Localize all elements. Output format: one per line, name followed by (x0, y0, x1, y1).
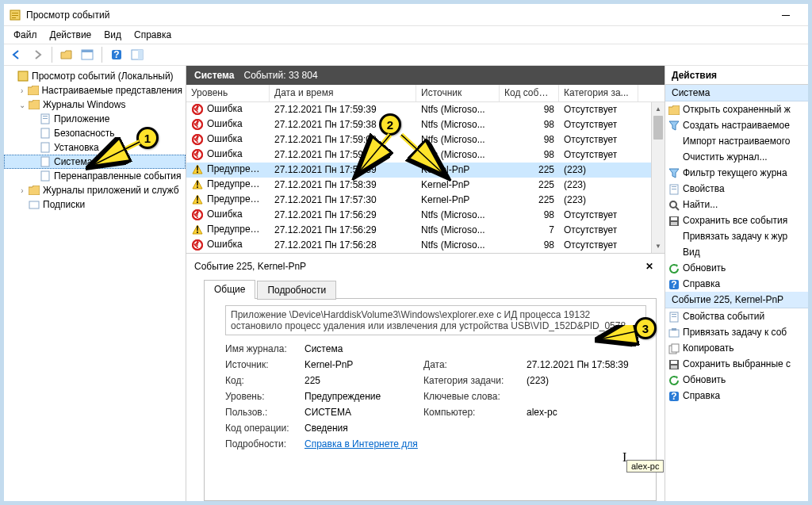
logname-label: Имя журнала: (225, 343, 304, 354)
svg-rect-68 (672, 328, 676, 331)
filter-new-icon (668, 121, 680, 132)
event-row[interactable]: !Ошибка27.12.2021 Пн 17:56:29Ntfs (Micro… (186, 208, 651, 223)
user-value: СИСТЕМА (304, 407, 423, 418)
tree-custom-views[interactable]: ›Настраиваемые представления (4, 83, 186, 98)
event-row[interactable]: !Ошибка27.12.2021 Пн 17:59:07Ntfs (Micro… (186, 147, 651, 163)
tree-pane: Просмотр событий (Локальный) ›Настраивае… (4, 66, 186, 501)
col-datetime[interactable]: Дата и время (270, 85, 416, 101)
filter-icon (668, 168, 680, 179)
action-item[interactable]: ?Справка (665, 276, 808, 292)
col-taskcat[interactable]: Категория за... (559, 85, 638, 101)
tree-windows-logs[interactable]: ⌄Журналы Windows (4, 98, 186, 112)
menu-view[interactable]: Вид (98, 28, 128, 42)
forward-button[interactable] (28, 46, 47, 63)
action-item[interactable]: Найти... (665, 197, 808, 212)
log-icon (39, 113, 52, 125)
action-item[interactable]: Импорт настраиваемого (665, 133, 808, 149)
open-button[interactable] (57, 46, 76, 63)
warning-icon: ! (191, 193, 204, 206)
svg-rect-60 (671, 217, 677, 220)
col-source[interactable]: Источник (416, 85, 500, 101)
none-icon (668, 231, 680, 243)
action-item[interactable]: Создать настраиваемое (665, 117, 808, 133)
action-item[interactable]: Обновить (665, 372, 808, 388)
svg-rect-61 (671, 222, 677, 225)
event-row[interactable]: !Ошибка27.12.2021 Пн 17:59:38Ntfs (Micro… (186, 117, 651, 132)
event-row[interactable]: !Ошибка27.12.2021 Пн 17:59:39Ntfs (Micro… (186, 102, 651, 117)
svg-rect-67 (669, 330, 679, 337)
svg-rect-6 (82, 50, 93, 52)
svg-rect-55 (672, 186, 676, 187)
action-label: Фильтр текущего журна (683, 167, 787, 178)
app-icon (9, 9, 21, 21)
event-row[interactable]: !Предупреждение27.12.2021 Пн 17:58:39Ker… (186, 163, 651, 178)
event-row[interactable]: !Ошибка27.12.2021 Пн 17:59:08Ntfs (Micro… (186, 132, 651, 147)
tab-details[interactable]: Подробности (257, 281, 336, 300)
col-eventid[interactable]: Код события (500, 85, 559, 101)
event-list[interactable]: !Ошибка27.12.2021 Пн 17:59:39Ntfs (Micro… (186, 102, 651, 253)
detail-header: Событие 225, Kernel-PnP ✕ (190, 257, 661, 276)
event-row[interactable]: !Предупреждение27.12.2021 Пн 17:58:39Ker… (186, 178, 651, 193)
action-label: Сохранить выбранные с (683, 358, 791, 369)
tree-application[interactable]: Приложение (4, 112, 186, 126)
date-label: Дата: (423, 359, 527, 370)
folder-icon (28, 98, 40, 111)
tree-forwarded[interactable]: Перенаправленные события (4, 169, 186, 183)
tree-setup[interactable]: Установка (4, 140, 186, 155)
svg-line-58 (676, 207, 679, 210)
close-detail-button[interactable]: ✕ (642, 259, 657, 274)
menu-help[interactable]: Справка (128, 28, 178, 42)
minimize-button[interactable] (768, 7, 803, 23)
scroll-up-button[interactable]: ▲ (652, 102, 665, 116)
help-button[interactable]: ? (107, 46, 126, 63)
svg-rect-70 (672, 344, 679, 352)
pane-button[interactable] (78, 46, 97, 63)
svg-rect-19 (29, 201, 39, 209)
log-icon (39, 155, 52, 168)
folder-icon (668, 105, 680, 116)
col-level[interactable]: Уровень (186, 85, 270, 101)
warning-icon: ! (191, 224, 204, 236)
online-help-link[interactable]: Справка в Интернете для (304, 438, 646, 450)
svg-text:!: ! (196, 239, 199, 251)
menu-file[interactable]: Файл (7, 28, 44, 42)
svg-text:!: ! (196, 119, 199, 130)
action-item[interactable]: Сохранить все события (665, 212, 808, 228)
action-item[interactable]: Копировать (665, 340, 808, 356)
svg-text:?: ? (671, 391, 676, 402)
action-item[interactable]: Обновить (665, 260, 808, 276)
action-item[interactable]: Привязать задачу к жур (665, 228, 808, 244)
menu-action[interactable]: Действие (44, 28, 98, 42)
action-item[interactable]: Сохранить выбранные с (665, 356, 808, 372)
action-item[interactable]: Свойства (665, 181, 808, 197)
action-item[interactable]: Фильтр текущего журна (665, 165, 808, 181)
actions-pane: Действия Система Открыть сохраненный жСо… (665, 66, 808, 501)
error-icon: ! (191, 148, 204, 161)
tree-security[interactable]: Безопасность (4, 126, 186, 140)
event-row[interactable]: !Предупреждение27.12.2021 Пн 17:57:30Ker… (186, 193, 651, 208)
vertical-scrollbar[interactable]: ▲ ▼ (651, 102, 665, 253)
action-item[interactable]: Привязать задачу к соб (665, 324, 808, 340)
task-value: (223) (527, 375, 646, 386)
action-item[interactable]: Свойства событий (665, 308, 808, 324)
back-button[interactable] (7, 46, 26, 63)
action-item[interactable]: Открыть сохраненный ж (665, 101, 808, 117)
tab-general[interactable]: Общие (204, 280, 255, 299)
error-icon: ! (191, 209, 204, 221)
action-label: Импорт настраиваемого (683, 136, 790, 147)
scroll-down-button[interactable]: ▼ (652, 239, 665, 253)
preview-pane-button[interactable] (128, 46, 147, 63)
tree-system[interactable]: Система (4, 155, 186, 169)
scroll-thumb[interactable] (653, 116, 663, 140)
tree-apps-services[interactable]: ›Журналы приложений и служб (4, 183, 186, 197)
event-row[interactable]: !Предупреждение27.12.2021 Пн 17:56:29Ntf… (186, 223, 651, 238)
svg-text:!: ! (196, 104, 199, 115)
event-row[interactable]: !Ошибка27.12.2021 Пн 17:56:28Ntfs (Micro… (186, 238, 651, 253)
tree-subscriptions[interactable]: Подписки (4, 197, 186, 212)
action-item[interactable]: ?Справка (665, 388, 808, 404)
tree-root[interactable]: Просмотр событий (Локальный) (4, 69, 186, 83)
svg-rect-11 (18, 71, 28, 81)
action-item[interactable]: Вид (665, 244, 808, 260)
action-item[interactable]: Очистить журнал... (665, 149, 808, 165)
svg-rect-16 (41, 143, 49, 152)
